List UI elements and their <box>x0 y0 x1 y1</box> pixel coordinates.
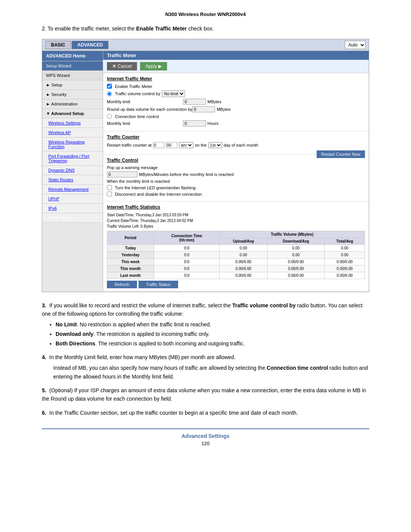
page-footer: Advanced Settings 120 <box>42 428 369 446</box>
monthly-limit2-input[interactable] <box>183 120 206 126</box>
connection-time-row: Connection time control <box>107 114 365 119</box>
apply-button[interactable]: Apply ▶ <box>140 62 167 70</box>
step2-num: 2. <box>42 26 46 32</box>
upload-cell: 0.00 <box>220 245 267 252</box>
restart-ampm-select[interactable]: am pm <box>179 142 193 148</box>
round-up-unit: MBytes <box>217 107 231 112</box>
sidebar-subitem-wireless-ap[interactable]: Wireless AP <box>42 128 103 137</box>
monthly-limit2-row: Monthly limit Hours <box>107 120 365 126</box>
current-datetime: Current Date/Time: Thursday,3 Jan 2013 0… <box>107 218 365 224</box>
bullet-both-directions: Both Directions. The restriction is appl… <box>56 340 369 348</box>
sidebar-item-security[interactable]: ► Security <box>42 90 103 99</box>
sidebar-subitem-ipv6[interactable]: IPv6 <box>42 204 103 213</box>
connection-time-radio[interactable] <box>107 114 112 119</box>
step3-num: 3. <box>42 302 46 308</box>
monthly-reached-label: When the monthly limit is reached <box>107 179 170 184</box>
popup-label-row: Pop up a warning message <box>107 165 365 170</box>
sidebar-subitem-static-routes[interactable]: Static Routes <box>42 175 103 185</box>
upload-cell: 0.00 <box>220 252 267 259</box>
step3-item: 3. If you would like to record and restr… <box>42 301 369 348</box>
traffic-volume-label: Traffic volume control by <box>107 91 160 96</box>
sidebar-subitem-wireless-repeating[interactable]: Wireless Repeating Function <box>42 137 103 152</box>
sidebar-item-administration[interactable]: ► Administration <box>42 99 103 109</box>
traffic-table: Period Connection Time(hh:mm) Traffic Vo… <box>107 231 365 279</box>
sidebar-item-advanced-setup[interactable]: ▼ Advanced Setup <box>42 109 103 118</box>
sidebar-item-wps-wizard[interactable]: WPS Wizard <box>42 71 103 80</box>
auto-select[interactable]: Auto <box>345 41 366 49</box>
sidebar-subitem-upnp[interactable]: UPnP <box>42 194 103 204</box>
restart-at-input[interactable] <box>153 142 164 148</box>
footer-title: Advanced Settings <box>42 433 369 439</box>
round-up-label: Round up data volume for each connection… <box>107 107 192 112</box>
sidebar-item-setup[interactable]: ► Setup <box>42 80 103 90</box>
tab-advanced[interactable]: ADVANCED <box>72 41 108 49</box>
sidebar-subitem-port-forwarding[interactable]: Port Forwarding / Port Triggering <box>42 152 103 166</box>
step2-text: To enable the traffic meter, select the <box>48 26 136 32</box>
traffic-control-section: Traffic Control Pop up a warning message… <box>103 155 369 201</box>
tab-basic[interactable]: BASIC <box>45 41 71 49</box>
period-cell: Yesterday <box>107 252 154 259</box>
restart-day-select[interactable]: 1st <box>208 142 222 148</box>
monthly-limit-input[interactable] <box>183 99 206 105</box>
step3-bullets: No Limit. No restriction is applied when… <box>56 321 369 348</box>
monthly-limit-unit: MBytes <box>207 99 221 104</box>
traffic-volume-radio[interactable] <box>107 91 112 96</box>
page-title: N300 Wireless Router WNR2000v4 <box>165 11 246 17</box>
col-upload-header: Upload/Avg <box>220 238 267 245</box>
sidebar-subitem-dynamic-dns[interactable]: Dynamic DNS <box>42 166 103 175</box>
cancel-button[interactable]: ✕ Cancel <box>107 62 137 70</box>
total-cell: 0.00/0.00 <box>325 259 365 265</box>
enable-traffic-label: Enable Traffic Meter <box>107 84 152 89</box>
conn-cell: 0:0 <box>154 272 220 279</box>
traffic-status-button[interactable]: Traffic Status <box>139 281 178 288</box>
stats-info: Start Date/Time: Thursday,3 Jan 2013 03:… <box>107 212 365 229</box>
router-body: ADVANCED Home Setup Wizard WPS Wizard ► … <box>42 51 369 292</box>
start-datetime: Start Date/Time: Thursday,3 Jan 2013 03:… <box>107 212 365 218</box>
page-container: N300 Wireless Router WNR2000v4 2. To ena… <box>34 0 377 462</box>
enable-traffic-row: Enable Traffic Meter <box>107 84 365 89</box>
download-cell: 0.00/0.00 <box>267 259 325 265</box>
router-top-bar: BASIC ADVANCED Auto <box>42 39 369 51</box>
col-period-header: Period <box>107 231 154 245</box>
restart-counter-button[interactable]: Restart Counter Now <box>317 150 365 158</box>
table-buttons: Refresh Traffic Status <box>107 281 365 288</box>
disconnect-checkbox[interactable] <box>107 192 112 197</box>
step5-num: 5. <box>42 387 46 393</box>
upload-cell: 0.00/0.00 <box>220 259 267 265</box>
step6-num: 6. <box>42 410 46 416</box>
sidebar: ADVANCED Home Setup Wizard WPS Wizard ► … <box>42 51 103 292</box>
popup-value-row: MBytes/Minutes before the monthly limit … <box>107 171 365 177</box>
restart-minutes-input[interactable] <box>166 142 177 148</box>
traffic-control-title: Traffic Control <box>107 158 365 163</box>
on-the-label: on the <box>195 143 207 147</box>
download-cell: 0.00 <box>267 252 325 259</box>
led-row: Turn the Internet LED green/amber flashi… <box>107 185 365 190</box>
col-total-header: Total/Avg <box>325 238 365 245</box>
sidebar-item-setup-wizard[interactable]: Setup Wizard <box>42 61 103 71</box>
table-row: This week 0:0 0.00/0.00 0.00/0.00 0.00/0… <box>107 259 365 265</box>
monthly-limit2-unit: Hours <box>207 121 218 126</box>
round-up-input[interactable] <box>192 106 215 112</box>
counter-row: Restart traffic counter at am pm on the … <box>107 142 365 148</box>
table-row: Today 0:0 0.00 0.00 0.00 <box>107 245 365 252</box>
disconnect-row: Disconnect and disable the Internet conn… <box>107 192 365 197</box>
enable-traffic-checkbox[interactable] <box>107 84 112 89</box>
restart-row: Restart Counter Now <box>107 150 365 151</box>
bullet-no-limit: No Limit. No restriction is applied when… <box>56 321 369 329</box>
page-header: N300 Wireless Router WNR2000v4 <box>42 11 369 17</box>
internet-traffic-section: Internet Traffic Meter Enable Traffic Me… <box>103 73 369 131</box>
sidebar-subitem-remote-management[interactable]: Remote Management <box>42 185 103 194</box>
traffic-volume-select[interactable]: No limit <box>162 90 185 97</box>
sidebar-subitem-wireless-settings[interactable]: Wireless Settings <box>42 118 103 128</box>
sidebar-subitem-traffic-meter[interactable]: Traffic Meter <box>42 213 103 223</box>
monthly-limit-row: Monthly limit MBytes <box>107 99 365 105</box>
statistics-section: Internet Traffic Statistics Start Date/T… <box>103 201 369 292</box>
refresh-button[interactable]: Refresh <box>107 281 137 288</box>
popup-value-input[interactable] <box>107 171 137 177</box>
router-ui: BASIC ADVANCED Auto ADVANCED Home Setup … <box>42 39 369 292</box>
led-checkbox[interactable] <box>107 185 112 190</box>
table-row: This month 0:0 0.00/0.00 0.00/0.00 0.00/… <box>107 265 365 272</box>
sidebar-item-advanced-home[interactable]: ADVANCED Home <box>42 51 103 61</box>
total-cell: 0.00 <box>325 245 365 252</box>
step5-text: (Optional) If your ISP charges an amount… <box>42 387 366 402</box>
